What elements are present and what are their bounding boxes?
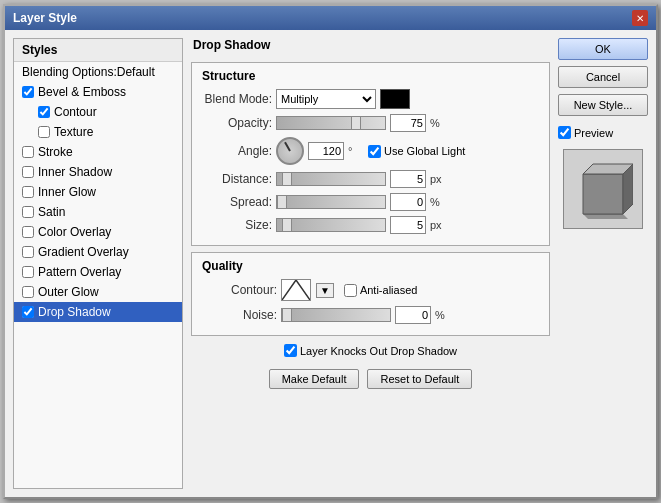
color-overlay-label: Color Overlay	[38, 225, 111, 239]
title-bar: Layer Style ✕	[5, 6, 656, 30]
sidebar-item-gradient-overlay[interactable]: Gradient Overlay	[14, 242, 182, 262]
knockout-checkbox[interactable]	[284, 344, 297, 357]
make-default-button[interactable]: Make Default	[269, 369, 360, 389]
color-overlay-checkbox[interactable]	[22, 226, 34, 238]
texture-checkbox[interactable]	[38, 126, 50, 138]
opacity-slider[interactable]	[276, 116, 386, 130]
size-input[interactable]	[390, 216, 426, 234]
noise-input[interactable]	[395, 306, 431, 324]
preview-checkbox[interactable]	[558, 126, 571, 139]
opacity-row: Opacity: %	[202, 114, 539, 132]
close-button[interactable]: ✕	[632, 10, 648, 26]
angle-input[interactable]	[308, 142, 344, 160]
stroke-checkbox[interactable]	[22, 146, 34, 158]
contour-dropdown-arrow[interactable]: ▼	[316, 283, 334, 298]
gradient-overlay-checkbox[interactable]	[22, 246, 34, 258]
quality-section: Quality Contour: ▼ Anti-aliased	[191, 252, 550, 336]
sidebar-item-satin[interactable]: Satin	[14, 202, 182, 222]
noise-slider-container: %	[281, 306, 451, 324]
outer-glow-checkbox[interactable]	[22, 286, 34, 298]
stroke-label: Stroke	[38, 145, 73, 159]
satin-checkbox[interactable]	[22, 206, 34, 218]
sidebar-item-pattern-overlay[interactable]: Pattern Overlay	[14, 262, 182, 282]
satin-label: Satin	[38, 205, 65, 219]
spread-input[interactable]	[390, 193, 426, 211]
blend-mode-label: Blend Mode:	[202, 92, 272, 106]
texture-label: Texture	[54, 125, 93, 139]
spread-slider[interactable]	[276, 195, 386, 209]
distance-unit: px	[430, 173, 446, 185]
preview-text: Preview	[574, 127, 613, 139]
spread-row: Spread: %	[202, 193, 539, 211]
inner-glow-label: Inner Glow	[38, 185, 96, 199]
sidebar-item-blending[interactable]: Blending Options:Default	[14, 62, 182, 82]
size-slider[interactable]	[276, 218, 386, 232]
angle-needle	[284, 142, 291, 152]
pattern-overlay-label: Pattern Overlay	[38, 265, 121, 279]
inner-shadow-checkbox[interactable]	[22, 166, 34, 178]
blending-label: Blending Options:Default	[22, 65, 155, 79]
new-style-button[interactable]: New Style...	[558, 94, 648, 116]
noise-label: Noise:	[202, 308, 277, 322]
use-global-light-text: Use Global Light	[384, 145, 465, 157]
ok-button[interactable]: OK	[558, 38, 648, 60]
angle-dial[interactable]	[276, 137, 304, 165]
sidebar-item-stroke[interactable]: Stroke	[14, 142, 182, 162]
sidebar-item-bevel[interactable]: Bevel & Emboss	[14, 82, 182, 102]
angle-container: ° Use Global Light	[276, 137, 465, 165]
sidebar-item-inner-glow[interactable]: Inner Glow	[14, 182, 182, 202]
preview-svg	[573, 159, 633, 219]
gradient-overlay-label: Gradient Overlay	[38, 245, 129, 259]
sidebar-item-contour[interactable]: Contour	[14, 102, 182, 122]
sidebar-item-outer-glow[interactable]: Outer Glow	[14, 282, 182, 302]
sidebar-item-color-overlay[interactable]: Color Overlay	[14, 222, 182, 242]
angle-label: Angle:	[202, 144, 272, 158]
cancel-button[interactable]: Cancel	[558, 66, 648, 88]
anti-aliased-text: Anti-aliased	[360, 284, 417, 296]
spread-label: Spread:	[202, 195, 272, 209]
knockout-text: Layer Knocks Out Drop Shadow	[300, 345, 457, 357]
drop-shadow-title: Drop Shadow	[191, 38, 550, 52]
use-global-light-checkbox[interactable]	[368, 145, 381, 158]
left-panel: Styles Blending Options:Default Bevel & …	[13, 38, 183, 489]
inner-glow-checkbox[interactable]	[22, 186, 34, 198]
svg-marker-4	[583, 214, 633, 219]
reset-to-default-button[interactable]: Reset to Default	[367, 369, 472, 389]
anti-aliased-checkbox[interactable]	[344, 284, 357, 297]
size-row: Size: px	[202, 216, 539, 234]
opacity-unit: %	[430, 117, 446, 129]
blend-mode-select[interactable]: Multiply Normal Screen Overlay	[276, 89, 376, 109]
angle-row: Angle: ° Use Global Light	[202, 137, 539, 165]
angle-unit: °	[348, 145, 364, 157]
noise-row: Noise: %	[202, 306, 539, 324]
structure-section: Structure Blend Mode: Multiply Normal Sc…	[191, 62, 550, 246]
distance-slider[interactable]	[276, 172, 386, 186]
sidebar-item-inner-shadow[interactable]: Inner Shadow	[14, 162, 182, 182]
opacity-input[interactable]	[390, 114, 426, 132]
svg-marker-1	[583, 174, 623, 214]
noise-unit: %	[435, 309, 451, 321]
drop-shadow-label: Drop Shadow	[38, 305, 111, 319]
outer-glow-label: Outer Glow	[38, 285, 99, 299]
pattern-overlay-checkbox[interactable]	[22, 266, 34, 278]
dialog-body: Styles Blending Options:Default Bevel & …	[5, 30, 656, 497]
quality-title: Quality	[202, 259, 539, 273]
structure-title: Structure	[202, 69, 539, 83]
bevel-checkbox[interactable]	[22, 86, 34, 98]
use-global-light-label: Use Global Light	[368, 145, 465, 158]
sidebar-item-texture[interactable]: Texture	[14, 122, 182, 142]
bevel-label: Bevel & Emboss	[38, 85, 126, 99]
drop-shadow-checkbox[interactable]	[22, 306, 34, 318]
contour-checkbox[interactable]	[38, 106, 50, 118]
right-panel: OK Cancel New Style... Preview	[558, 38, 648, 489]
spread-slider-container: %	[276, 193, 446, 211]
styles-title: Styles	[14, 39, 182, 62]
sidebar-item-drop-shadow[interactable]: Drop Shadow	[14, 302, 182, 322]
noise-slider[interactable]	[281, 308, 391, 322]
contour-preview[interactable]	[281, 279, 311, 301]
dialog-title: Layer Style	[13, 11, 77, 25]
distance-row: Distance: px	[202, 170, 539, 188]
middle-panel: Drop Shadow Structure Blend Mode: Multip…	[191, 38, 550, 489]
shadow-color-swatch[interactable]	[380, 89, 410, 109]
distance-input[interactable]	[390, 170, 426, 188]
